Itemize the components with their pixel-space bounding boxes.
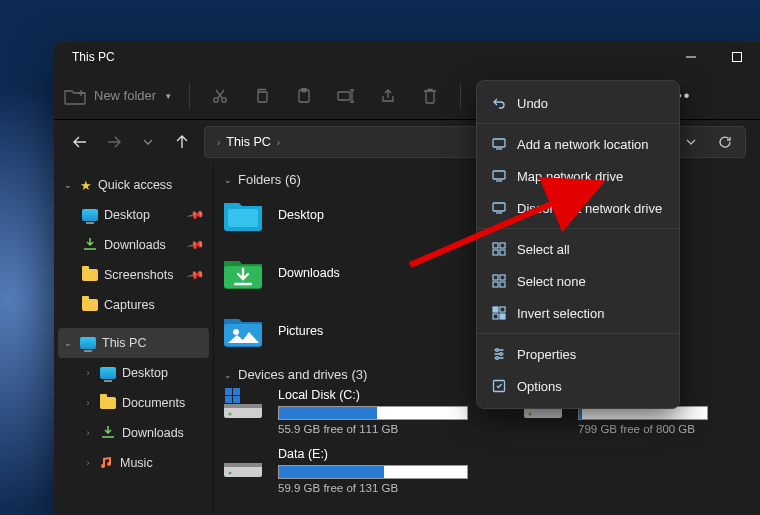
folders-header-label: Folders (6) bbox=[238, 172, 301, 187]
chevron-down-icon: ▾ bbox=[166, 91, 171, 101]
sidebar-item-pc-desktop[interactable]: › Desktop bbox=[54, 358, 213, 388]
copy-button[interactable] bbox=[244, 80, 280, 112]
desktop-icon bbox=[100, 367, 116, 379]
menu-item-invert-selection[interactable]: Invert selection bbox=[477, 297, 679, 329]
title-bar: This PC bbox=[54, 42, 760, 72]
svg-rect-25 bbox=[224, 404, 262, 408]
options-icon bbox=[491, 378, 507, 394]
rename-button[interactable] bbox=[328, 80, 364, 112]
svg-point-26 bbox=[229, 413, 232, 416]
menu-label: Select none bbox=[517, 274, 586, 289]
menu-label: Undo bbox=[517, 96, 548, 111]
svg-point-33 bbox=[529, 413, 532, 416]
menu-item-select-all[interactable]: Select all bbox=[477, 233, 679, 265]
drive-free-text: 59.9 GB free of 131 GB bbox=[278, 482, 502, 494]
svg-rect-6 bbox=[258, 92, 267, 102]
sidebar-label: Captures bbox=[104, 298, 155, 312]
chevron-right-icon: › bbox=[277, 137, 280, 148]
svg-rect-52 bbox=[500, 307, 505, 312]
up-button[interactable] bbox=[170, 130, 194, 154]
sidebar-label: Music bbox=[120, 456, 153, 470]
folder-desktop[interactable]: Desktop bbox=[222, 193, 475, 237]
drive-icon bbox=[222, 388, 264, 422]
maximize-button[interactable] bbox=[714, 42, 760, 72]
downloads-icon bbox=[222, 252, 264, 294]
svg-rect-17 bbox=[228, 209, 258, 227]
svg-rect-41 bbox=[493, 203, 505, 211]
drive-local-c[interactable]: Local Disk (C:) 55.9 GB free of 111 GB bbox=[222, 388, 502, 435]
delete-button[interactable] bbox=[412, 80, 448, 112]
menu-label: Options bbox=[517, 379, 562, 394]
sidebar-item-downloads[interactable]: Downloads 📌 bbox=[54, 230, 213, 260]
folder-label: Downloads bbox=[278, 266, 340, 280]
sidebar-item-this-pc[interactable]: ⌄ This PC bbox=[58, 328, 209, 358]
menu-item-disconnect-network-drive[interactable]: Disconnect network drive bbox=[477, 192, 679, 224]
back-button[interactable] bbox=[68, 130, 92, 154]
svg-rect-47 bbox=[493, 275, 498, 280]
svg-point-56 bbox=[500, 353, 503, 356]
menu-item-undo[interactable]: Undo bbox=[477, 87, 679, 119]
invert-selection-icon bbox=[491, 305, 507, 321]
desktop-icon bbox=[222, 194, 264, 236]
menu-item-select-none[interactable]: Select none bbox=[477, 265, 679, 297]
sidebar-label: Downloads bbox=[122, 426, 184, 440]
menu-separator bbox=[477, 228, 679, 229]
menu-separator bbox=[477, 123, 679, 124]
menu-item-properties[interactable]: Properties bbox=[477, 338, 679, 370]
sidebar-item-pc-documents[interactable]: › Documents bbox=[54, 388, 213, 418]
menu-item-options[interactable]: Options bbox=[477, 370, 679, 402]
paste-button[interactable] bbox=[286, 80, 322, 112]
svg-rect-44 bbox=[500, 243, 505, 248]
svg-rect-27 bbox=[225, 388, 232, 395]
breadcrumb-this-pc[interactable]: This PC bbox=[226, 135, 270, 149]
window-title: This PC bbox=[72, 50, 115, 64]
sidebar-label: Desktop bbox=[104, 208, 150, 222]
pictures-icon bbox=[222, 310, 264, 352]
recent-locations-button[interactable] bbox=[136, 130, 160, 154]
minimize-button[interactable] bbox=[668, 42, 714, 72]
svg-rect-54 bbox=[500, 314, 505, 319]
sidebar-item-quick-access[interactable]: ⌄ ★ Quick access bbox=[54, 170, 213, 200]
collapse-icon: ⌄ bbox=[224, 175, 232, 185]
svg-rect-9 bbox=[338, 92, 350, 100]
new-folder-button[interactable]: New folder ▾ bbox=[62, 80, 177, 112]
drive-label: Data (E:) bbox=[278, 447, 502, 461]
folder-pictures[interactable]: Pictures bbox=[222, 309, 475, 353]
sidebar: ⌄ ★ Quick access Desktop 📌 Downloads 📌 S… bbox=[54, 164, 214, 515]
refresh-button[interactable] bbox=[711, 128, 739, 156]
forward-button[interactable] bbox=[102, 130, 126, 154]
drive-data-e[interactable]: Data (E:) 59.9 GB free of 131 GB bbox=[222, 447, 502, 494]
pin-icon: 📌 bbox=[187, 236, 206, 255]
drive-free-text: 55.9 GB free of 111 GB bbox=[278, 423, 502, 435]
folder-label: Desktop bbox=[278, 208, 324, 222]
expand-icon: › bbox=[82, 368, 94, 378]
share-button[interactable] bbox=[370, 80, 406, 112]
svg-rect-45 bbox=[493, 250, 498, 255]
menu-label: Map network drive bbox=[517, 169, 623, 184]
music-icon bbox=[100, 455, 114, 472]
menu-item-map-network-drive[interactable]: Map network drive bbox=[477, 160, 679, 192]
svg-point-4 bbox=[214, 97, 218, 101]
expand-icon: › bbox=[82, 458, 94, 468]
svg-rect-51 bbox=[493, 307, 498, 312]
sidebar-item-captures[interactable]: Captures bbox=[54, 290, 213, 320]
sidebar-item-pc-downloads[interactable]: › Downloads bbox=[54, 418, 213, 448]
svg-point-22 bbox=[233, 329, 239, 335]
menu-item-add-network-location[interactable]: Add a network location bbox=[477, 128, 679, 160]
documents-icon bbox=[100, 397, 116, 409]
svg-rect-1 bbox=[733, 53, 742, 62]
drive-label: Local Disk (C:) bbox=[278, 388, 502, 402]
sidebar-item-pc-music[interactable]: › Music bbox=[54, 448, 213, 478]
svg-rect-39 bbox=[493, 171, 505, 179]
collapse-icon: ⌄ bbox=[224, 370, 232, 380]
sidebar-item-desktop[interactable]: Desktop 📌 bbox=[54, 200, 213, 230]
svg-point-5 bbox=[222, 97, 226, 101]
cut-button[interactable] bbox=[202, 80, 238, 112]
svg-rect-46 bbox=[500, 250, 505, 255]
usage-bar bbox=[278, 406, 468, 420]
sidebar-item-screenshots[interactable]: Screenshots 📌 bbox=[54, 260, 213, 290]
svg-rect-30 bbox=[233, 396, 240, 403]
address-dropdown-button[interactable] bbox=[677, 128, 705, 156]
folder-downloads[interactable]: Downloads bbox=[222, 251, 475, 295]
folder-label: Pictures bbox=[278, 324, 323, 338]
